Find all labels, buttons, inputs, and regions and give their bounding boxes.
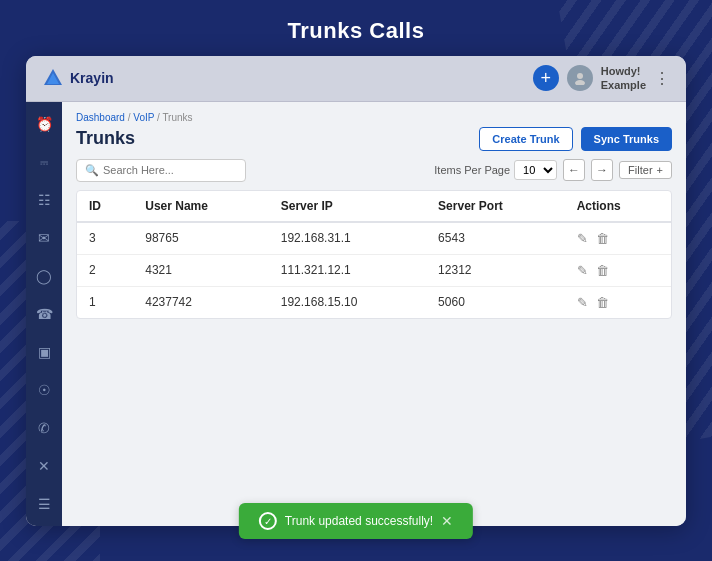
- svg-point-2: [577, 73, 583, 79]
- sidebar-icon-filter[interactable]: ⎓: [32, 150, 56, 174]
- delete-icon[interactable]: 🗑: [596, 263, 609, 278]
- sync-trunks-button[interactable]: Sync Trunks: [581, 127, 672, 151]
- col-server-ip: Server IP: [269, 191, 426, 222]
- section-header: Trunks Create Trunk Sync Trunks: [76, 127, 672, 151]
- items-per-page-label: Items Per Page: [434, 164, 510, 176]
- items-per-page: Items Per Page 10 20 50: [434, 160, 557, 180]
- toast-close-button[interactable]: ✕: [441, 513, 453, 529]
- cell-actions: ✎ 🗑: [565, 254, 671, 286]
- cell-server-ip: 192.168.31.1: [269, 222, 426, 255]
- toast-check-icon: ✓: [259, 512, 277, 530]
- col-id: ID: [77, 191, 133, 222]
- sidebar-icon-location[interactable]: ◯: [32, 264, 56, 288]
- sidebar-icon-phone[interactable]: ☎: [32, 302, 56, 326]
- sidebar-icon-close[interactable]: ✕: [32, 454, 56, 478]
- edit-icon[interactable]: ✎: [577, 295, 588, 310]
- page-title-bar: Trunks Calls: [0, 0, 712, 56]
- sidebar-icon-settings[interactable]: ☉: [32, 378, 56, 402]
- col-server-port: Server Port: [426, 191, 565, 222]
- add-filter-icon: +: [657, 164, 663, 176]
- toolbar-row: 🔍 Items Per Page 10 20 50 ← →: [76, 159, 672, 182]
- breadcrumb-voip[interactable]: VoIP: [133, 112, 154, 123]
- delete-icon[interactable]: 🗑: [596, 231, 609, 246]
- edit-icon[interactable]: ✎: [577, 231, 588, 246]
- cell-server-ip: 192.168.15.10: [269, 286, 426, 318]
- cell-username: 98765: [133, 222, 268, 255]
- table-row: 3 98765 192.168.31.1 6543 ✎ 🗑: [77, 222, 671, 255]
- section-title: Trunks: [76, 128, 135, 149]
- next-page-button[interactable]: →: [591, 159, 613, 181]
- edit-icon[interactable]: ✎: [577, 263, 588, 278]
- logo-text: Krayin: [70, 70, 114, 86]
- sidebar-icon-mail[interactable]: ✉: [32, 226, 56, 250]
- cell-actions: ✎ 🗑: [565, 286, 671, 318]
- cell-id: 2: [77, 254, 133, 286]
- avatar: [567, 65, 593, 91]
- action-buttons: Create Trunk Sync Trunks: [479, 127, 672, 151]
- table-row: 1 4237742 192.168.15.10 5060 ✎ 🗑: [77, 286, 671, 318]
- user-greeting: Howdy! Example: [601, 64, 646, 93]
- col-actions: Actions: [565, 191, 671, 222]
- pagination-area: Items Per Page 10 20 50 ← → Filter +: [434, 159, 672, 181]
- prev-page-button[interactable]: ←: [563, 159, 585, 181]
- toast-left: ✓ Trunk updated successfully!: [259, 512, 433, 530]
- cell-server-port: 6543: [426, 222, 565, 255]
- data-table: ID User Name Server IP Server Port Actio…: [76, 190, 672, 319]
- search-input[interactable]: [103, 164, 237, 176]
- search-box: 🔍: [76, 159, 246, 182]
- sidebar-icon-list[interactable]: ☷: [32, 188, 56, 212]
- breadcrumb: Dashboard / VoIP / Trunks: [76, 112, 672, 123]
- toast-message: Trunk updated successfully!: [285, 514, 433, 528]
- cell-server-ip: 111.321.12.1: [269, 254, 426, 286]
- window-header: Krayin + Howdy! Example ⋮: [26, 56, 686, 102]
- search-icon: 🔍: [85, 164, 99, 177]
- toast-notification: ✓ Trunk updated successfully! ✕: [239, 503, 473, 539]
- filter-button[interactable]: Filter +: [619, 161, 672, 179]
- create-trunk-button[interactable]: Create Trunk: [479, 127, 572, 151]
- svg-point-3: [575, 80, 585, 85]
- sidebar-icon-box[interactable]: ▣: [32, 340, 56, 364]
- more-menu-icon[interactable]: ⋮: [654, 69, 670, 88]
- sidebar: ⏰ ⎓ ☷ ✉ ◯ ☎ ▣ ☉ ✆ ✕ ☰: [26, 102, 62, 526]
- col-username: User Name: [133, 191, 268, 222]
- logo-icon: [42, 67, 64, 89]
- main-content: Dashboard / VoIP / Trunks Trunks Create …: [62, 102, 686, 526]
- cell-server-port: 12312: [426, 254, 565, 286]
- table-row: 2 4321 111.321.12.1 12312 ✎ 🗑: [77, 254, 671, 286]
- cell-id: 1: [77, 286, 133, 318]
- header-right: + Howdy! Example ⋮: [533, 64, 670, 93]
- cell-id: 3: [77, 222, 133, 255]
- sidebar-icon-menu[interactable]: ☰: [32, 492, 56, 516]
- sidebar-icon-clock[interactable]: ⏰: [32, 112, 56, 136]
- page-title: Trunks Calls: [0, 18, 712, 44]
- sidebar-icon-phone2[interactable]: ✆: [32, 416, 56, 440]
- delete-icon[interactable]: 🗑: [596, 295, 609, 310]
- items-per-page-select[interactable]: 10 20 50: [514, 160, 557, 180]
- table-header-row: ID User Name Server IP Server Port Actio…: [77, 191, 671, 222]
- window-body: ⏰ ⎓ ☷ ✉ ◯ ☎ ▣ ☉ ✆ ✕ ☰ Dashboard / VoIP /…: [26, 102, 686, 526]
- breadcrumb-dashboard[interactable]: Dashboard: [76, 112, 125, 123]
- logo-area: Krayin: [42, 67, 114, 89]
- filter-label: Filter: [628, 164, 652, 176]
- cell-username: 4321: [133, 254, 268, 286]
- add-button[interactable]: +: [533, 65, 559, 91]
- cell-server-port: 5060: [426, 286, 565, 318]
- window-card: Krayin + Howdy! Example ⋮ ⏰ ⎓ ☷ ✉ ◯: [26, 56, 686, 526]
- cell-username: 4237742: [133, 286, 268, 318]
- cell-actions: ✎ 🗑: [565, 222, 671, 255]
